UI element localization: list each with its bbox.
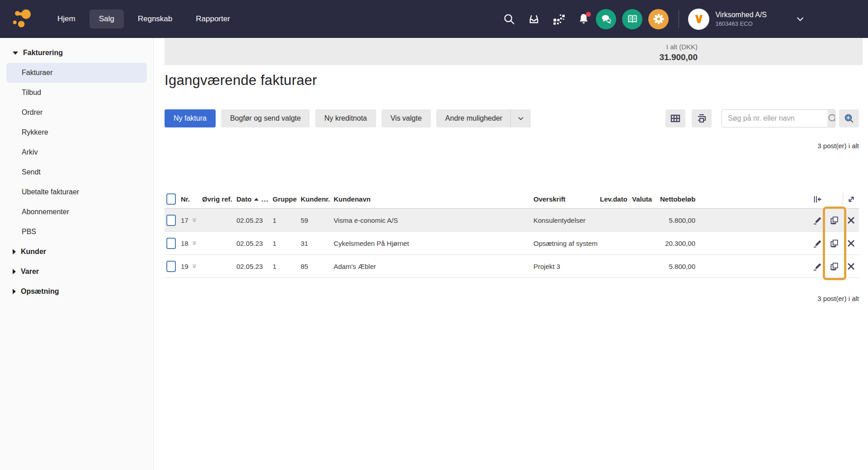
sidebar-item-tilbud[interactable]: Tilbud — [6, 83, 147, 103]
visma-economic-logo-icon[interactable] — [12, 8, 33, 30]
collapse-columns-icon[interactable] — [809, 193, 826, 206]
sidebar-item-ubetalte-fakturaer[interactable]: Ubetalte fakturaer — [6, 182, 147, 202]
totals-value: 31.900,00 — [659, 52, 698, 62]
company-number: 1603463 ECO — [715, 20, 767, 27]
row-expand-chevrons-icon[interactable] — [192, 217, 197, 223]
sidebar-item-abonnementer[interactable]: Abonnementer — [6, 202, 147, 222]
search-input[interactable] — [722, 110, 827, 127]
navbar-right-cluster: Virksomhed A/S 1603463 ECO — [491, 9, 868, 30]
table-row[interactable]: 17 02.05.23 1 59 Visma e-conomic A/S Kon… — [165, 209, 859, 232]
row-checkbox[interactable] — [166, 261, 176, 272]
triangle-right-icon — [13, 269, 16, 274]
copy-icon[interactable] — [826, 238, 843, 249]
triangle-right-icon — [13, 289, 16, 294]
totals-bar: I alt (DKK) 31.900,00 — [165, 38, 863, 65]
sidebar: Fakturering Fakturaer Tilbud Ordrer Rykk… — [0, 38, 154, 470]
row-expand-chevrons-icon[interactable] — [192, 240, 197, 246]
delete-icon[interactable] — [843, 261, 859, 272]
totals-label: I alt (DKK) — [659, 43, 698, 51]
page-title: Igangværende fakturaer — [165, 72, 317, 89]
inbox-icon[interactable] — [528, 13, 540, 25]
main-menu: Hjem Salg Regnskab Rapporter — [48, 9, 240, 28]
sidebar-item-sendt[interactable]: Sendt — [6, 162, 147, 182]
table-header-row: Nr. Øvrig ref. Dato ... Gruppe Kundenr. … — [165, 190, 859, 209]
sort-asc-icon — [254, 198, 259, 201]
row-checkbox[interactable] — [166, 215, 176, 226]
chat-support-icon[interactable] — [596, 9, 616, 29]
edit-icon[interactable] — [809, 238, 826, 249]
company-avatar — [688, 9, 709, 30]
search-icon[interactable] — [503, 13, 515, 25]
delete-icon[interactable] — [843, 215, 859, 226]
col-kundenr[interactable]: Kundenr. — [301, 195, 334, 203]
notifications-bell-icon[interactable] — [577, 13, 590, 25]
column-more-menu[interactable]: ... — [261, 195, 269, 203]
nav-item-hjem[interactable]: Hjem — [48, 9, 85, 28]
print-icon[interactable] — [692, 109, 712, 127]
toolbar-view-controls — [665, 109, 859, 127]
advanced-search-icon[interactable] — [839, 109, 859, 127]
col-nr[interactable]: Nr. — [181, 195, 202, 203]
record-count-top: 3 post(er) i alt — [817, 142, 859, 150]
navbar-divider — [679, 10, 679, 28]
nav-item-regnskab[interactable]: Regnskab — [128, 9, 182, 28]
new-invoice-button[interactable]: Ny faktura — [165, 109, 216, 127]
sidebar-item-pbs[interactable]: PBS — [6, 222, 147, 242]
sidebar-item-arkiv[interactable]: Arkiv — [6, 142, 147, 162]
company-name: Virksomhed A/S — [715, 11, 767, 19]
book-and-send-button[interactable]: Bogfør og send valgte — [221, 109, 310, 127]
show-selected-button[interactable]: Vis valgte — [382, 109, 431, 127]
col-kundenavn[interactable]: Kundenavn — [334, 195, 533, 203]
edit-icon[interactable] — [809, 215, 826, 226]
nav-item-rapporter[interactable]: Rapporter — [186, 9, 240, 28]
sidebar-section-fakturering[interactable]: Fakturering — [0, 43, 153, 63]
col-lev-dato[interactable]: Lev.dato — [600, 195, 632, 203]
search-submit-icon[interactable] — [827, 110, 835, 127]
col-valuta[interactable]: Valuta — [632, 195, 660, 203]
sidebar-section-varer[interactable]: Varer — [0, 262, 153, 282]
company-switcher[interactable]: Virksomhed A/S 1603463 ECO — [688, 9, 767, 30]
chevron-down-icon[interactable] — [796, 14, 805, 24]
sidebar-section-opsaetning[interactable]: Opsætning — [0, 282, 153, 301]
select-all-checkbox[interactable] — [166, 193, 176, 205]
more-options-button[interactable]: Andre muligheder — [436, 109, 531, 127]
help-book-icon[interactable] — [622, 9, 642, 29]
row-checkbox[interactable] — [166, 238, 176, 249]
search-box — [722, 109, 835, 127]
triangle-right-icon — [13, 249, 16, 254]
new-creditnote-button[interactable]: Ny kreditnota — [315, 109, 376, 127]
col-ovrig-ref[interactable]: Øvrig ref. — [202, 195, 236, 203]
totals-block: I alt (DKK) 31.900,00 — [659, 43, 698, 62]
copy-icon[interactable] — [826, 261, 843, 272]
table-row[interactable]: 19 02.05.23 1 85 Adam's Æbler Projekt 3 … — [165, 255, 859, 278]
delete-icon[interactable] — [843, 238, 859, 249]
sidebar-item-rykkere[interactable]: Rykkere — [6, 122, 147, 142]
record-count-bottom: 3 post(er) i alt — [817, 295, 859, 302]
notification-dot — [586, 12, 591, 17]
settings-gear-icon[interactable] — [648, 9, 669, 29]
nav-item-salg[interactable]: Salg — [90, 9, 124, 28]
col-dato[interactable]: Dato ... — [236, 195, 273, 203]
table-view-icon[interactable] — [665, 109, 685, 127]
triangle-down-icon — [13, 52, 18, 55]
col-gruppe[interactable]: Gruppe — [273, 195, 301, 203]
invoices-table: Nr. Øvrig ref. Dato ... Gruppe Kundenr. … — [165, 190, 859, 278]
top-navbar: Hjem Salg Regnskab Rapporter — [0, 0, 868, 38]
main-content: I alt (DKK) 31.900,00 Igangværende faktu… — [154, 38, 868, 470]
apps-grid-icon[interactable] — [552, 13, 565, 25]
row-expand-chevrons-icon[interactable] — [192, 263, 197, 269]
chevron-down-icon[interactable] — [511, 115, 531, 122]
table-row[interactable]: 18 02.05.23 1 31 Cykelsmeden På Hjørnet … — [165, 232, 859, 255]
col-nettobelob[interactable]: Nettobeløb — [660, 195, 695, 203]
expand-table-icon[interactable] — [843, 193, 859, 206]
edit-icon[interactable] — [809, 261, 826, 272]
sidebar-item-ordrer[interactable]: Ordrer — [6, 103, 147, 122]
toolbar-actions: Ny faktura Bogfør og send valgte Ny kred… — [165, 109, 531, 127]
col-overskrift[interactable]: Overskrift — [533, 195, 600, 203]
sidebar-section-kunder[interactable]: Kunder — [0, 242, 153, 262]
sidebar-item-fakturaer[interactable]: Fakturaer — [6, 63, 147, 83]
copy-icon[interactable] — [826, 215, 843, 226]
